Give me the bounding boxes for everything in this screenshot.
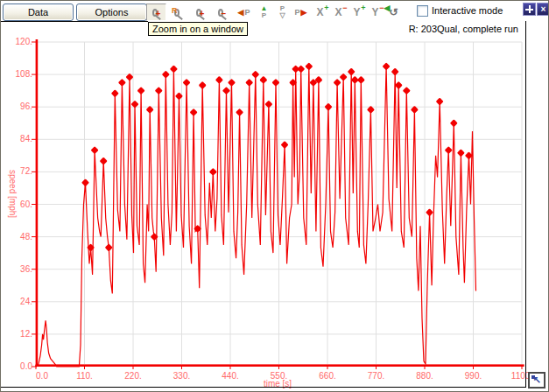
svg-text:0.0: 0.0 bbox=[36, 371, 48, 381]
y-zoom-out-icon: Y− bbox=[371, 7, 378, 18]
y-zoom-in-button[interactable]: Y+ bbox=[347, 4, 367, 21]
marker-up-icon: ▲P bbox=[261, 5, 268, 19]
reset-view-icon: ↺◀ bbox=[389, 7, 398, 18]
next-marker-button[interactable]: P▶ bbox=[291, 4, 311, 21]
toolbar-panel-divider bbox=[1, 21, 148, 22]
svg-text:770.: 770. bbox=[368, 371, 384, 381]
svg-text:110.: 110. bbox=[76, 371, 93, 381]
plot-window: 0.0110.220.330.440.550.660.770.880.990.1… bbox=[0, 0, 549, 392]
zoom-reset-icon: R bbox=[174, 9, 179, 17]
marker-down-button[interactable]: P▽ bbox=[272, 4, 292, 21]
dock-plot-button[interactable]: ↖ bbox=[528, 372, 545, 388]
move-window-button[interactable] bbox=[523, 3, 536, 16]
speed-trace bbox=[36, 66, 476, 367]
zoom-out-icon: − bbox=[218, 9, 223, 17]
x-zoom-out-button[interactable]: X− bbox=[328, 4, 348, 21]
chart-panel-bottom-border bbox=[1, 387, 526, 388]
svg-text:84.: 84. bbox=[20, 134, 32, 144]
svg-text:990.: 990. bbox=[465, 371, 482, 381]
y-zoom-out-button[interactable]: Y− bbox=[365, 4, 385, 21]
y-zoom-in-icon: Y+ bbox=[353, 7, 360, 18]
prev-marker-icon: ◀P bbox=[238, 8, 250, 17]
svg-text:36.: 36. bbox=[20, 264, 32, 274]
svg-text:24.: 24. bbox=[20, 297, 32, 306]
svg-text:440.: 440. bbox=[222, 371, 238, 381]
tooltip-zoom-in-on-a-window: Zoom in on a window bbox=[148, 22, 248, 36]
axes bbox=[36, 39, 524, 367]
y-axis-label: speed [mph] bbox=[8, 170, 18, 218]
options-button[interactable]: Options bbox=[76, 4, 147, 21]
svg-text:220.: 220. bbox=[124, 371, 141, 381]
zoom-in-button[interactable]: + bbox=[190, 4, 210, 21]
svg-text:96.: 96. bbox=[20, 102, 32, 111]
gridlines bbox=[38, 42, 522, 364]
move-icon bbox=[529, 5, 531, 13]
prev-marker-button[interactable]: ◀P bbox=[234, 4, 254, 21]
svg-text:72.: 72. bbox=[20, 166, 32, 176]
zoom-window-button[interactable]: + bbox=[146, 4, 166, 21]
svg-text:660.: 660. bbox=[319, 371, 335, 381]
dock-square-icon bbox=[531, 375, 535, 379]
interactive-mode-label: Interactive mode bbox=[432, 5, 503, 16]
zoom-reset-button[interactable]: R bbox=[168, 4, 188, 21]
svg-text:330.: 330. bbox=[173, 371, 190, 381]
svg-text:60.: 60. bbox=[20, 200, 32, 209]
zoom-out-button[interactable]: − bbox=[212, 4, 232, 21]
reset-view-button[interactable]: ↺◀ bbox=[384, 4, 404, 21]
svg-text:880.: 880. bbox=[416, 371, 433, 381]
close-window-button[interactable]: × bbox=[537, 3, 549, 16]
x-zoom-in-icon: X+ bbox=[316, 7, 323, 18]
svg-text:108.: 108. bbox=[16, 69, 32, 79]
svg-text:0.0: 0.0 bbox=[20, 361, 32, 371]
interactive-mode-checkbox[interactable] bbox=[417, 5, 428, 17]
zoom-in-icon: + bbox=[196, 9, 201, 17]
marker-up-button[interactable]: ▲P bbox=[254, 4, 274, 21]
svg-text:12.: 12. bbox=[20, 329, 32, 339]
data-button[interactable]: Data bbox=[3, 4, 74, 21]
next-marker-icon: P▶ bbox=[295, 8, 307, 17]
chart-panel-right-border bbox=[525, 21, 526, 388]
svg-text:120.: 120. bbox=[16, 37, 32, 46]
marker-down-icon: P▽ bbox=[279, 5, 285, 19]
chart-plot-area[interactable]: 0.0110.220.330.440.550.660.770.880.990.1… bbox=[1, 1, 549, 392]
x-zoom-in-button[interactable]: X+ bbox=[310, 4, 330, 21]
zoom-window-icon: + bbox=[152, 9, 158, 17]
run-annotation: R: 203Qual, complete run bbox=[409, 24, 518, 34]
x-zoom-out-icon: X− bbox=[334, 7, 341, 18]
svg-text:48.: 48. bbox=[20, 232, 32, 242]
